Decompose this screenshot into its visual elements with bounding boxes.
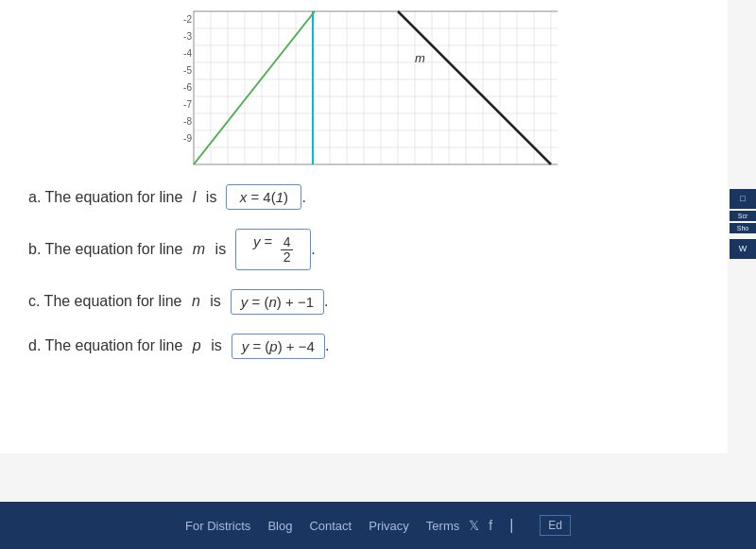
equation-d-period: . xyxy=(325,337,329,354)
footer-link-blog[interactable]: Blog xyxy=(267,519,292,533)
equation-b-expr: y = 4 2 xyxy=(253,233,294,266)
equation-a-period: . xyxy=(301,189,305,206)
fraction-denominator: 2 xyxy=(281,250,294,265)
footer-link-privacy[interactable]: Privacy xyxy=(369,519,409,533)
equation-b-prefix: b. The equation for line xyxy=(28,241,182,258)
equation-d-prefix: d. The equation for line xyxy=(28,337,182,354)
graph-wrapper xyxy=(170,9,558,165)
sidebar-scroll-btn[interactable]: □ xyxy=(730,189,756,209)
sidebar-scr-label: Scr xyxy=(730,211,756,221)
footer-link-terms[interactable]: Terms xyxy=(426,519,459,533)
equation-row-a: a. The equation for line l is x = 4(1) . xyxy=(28,184,699,210)
equation-row-d: d. The equation for line p is y = (p) + … xyxy=(28,334,699,359)
equation-c-linevar: n xyxy=(192,293,200,310)
footer-social: 𝕏 f | Ed xyxy=(469,515,571,536)
twitter-icon[interactable]: 𝕏 xyxy=(469,518,479,533)
ed-button[interactable]: Ed xyxy=(540,515,571,536)
graph-container xyxy=(19,9,709,165)
equation-c-expr: y = (n) + −1 xyxy=(241,294,314,310)
footer: For Districts Blog Contact Privacy Terms… xyxy=(0,502,756,549)
equation-row-c: c. The equation for line n is y = (n) + … xyxy=(28,289,699,315)
equation-d-expr: y = (p) + −4 xyxy=(242,338,315,354)
equation-d-middle: is xyxy=(211,337,222,354)
right-sidebar: □ Scr Sho W xyxy=(730,189,756,259)
equation-a-prefix: a. The equation for line xyxy=(28,189,182,206)
equation-c-middle: is xyxy=(210,293,221,310)
equation-d-linevar: p xyxy=(193,337,201,354)
sidebar-sho-label: Sho xyxy=(730,223,756,233)
equation-c-prefix: c. The equation for line xyxy=(28,293,181,310)
equation-b-linevar: m xyxy=(193,241,205,258)
equation-a-linevar: l xyxy=(193,189,197,206)
sidebar-show-btn[interactable]: W xyxy=(730,239,756,259)
equation-b-box[interactable]: y = 4 2 xyxy=(235,229,311,270)
facebook-icon[interactable]: f xyxy=(489,518,492,533)
equation-row-b: b. The equation for line m is y = 4 2 . xyxy=(28,229,699,270)
footer-links: For Districts Blog Contact Privacy Terms xyxy=(185,519,459,533)
footer-link-districts[interactable]: For Districts xyxy=(185,519,250,533)
footer-divider: | xyxy=(509,517,513,534)
equation-a-middle: is xyxy=(206,189,217,206)
equation-c-period: . xyxy=(324,293,328,310)
equation-b-middle: is xyxy=(215,241,227,258)
equations-section: a. The equation for line l is x = 4(1) .… xyxy=(19,180,709,383)
main-content: a. The equation for line l is x = 4(1) .… xyxy=(0,0,728,454)
equation-d-box[interactable]: y = (p) + −4 xyxy=(232,334,325,359)
equation-b-period: . xyxy=(311,241,315,258)
fraction-numerator: 4 xyxy=(281,235,294,250)
equation-a-box[interactable]: x = 4(1) xyxy=(226,184,301,210)
equation-a-expr: x = 4(1) xyxy=(240,189,288,205)
footer-link-contact[interactable]: Contact xyxy=(309,519,352,533)
coordinate-graph xyxy=(170,9,558,165)
equation-c-box[interactable]: y = (n) + −1 xyxy=(231,289,324,315)
